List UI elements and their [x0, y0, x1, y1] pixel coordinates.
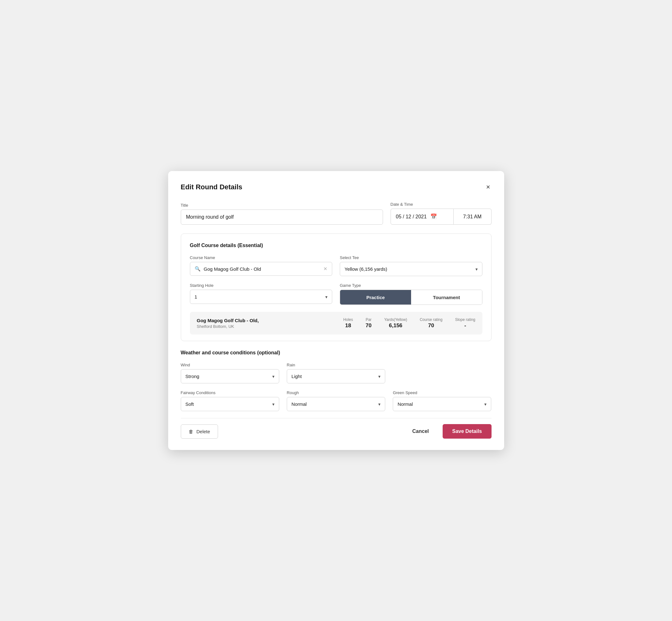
footer-right: Cancel Save Details [406, 424, 492, 439]
holes-label: Holes [343, 318, 353, 322]
wind-group: Wind CalmLightModerate StrongVery Strong… [181, 363, 279, 383]
rough-wrap: ShortNormalLongVery Long ▾ [287, 397, 385, 411]
fairway-label: Fairway Conditions [181, 390, 279, 395]
datetime-field-group: Date & Time 05 / 12 / 2021 📅 7:31 AM [390, 202, 492, 225]
green-speed-group: Green Speed SlowNormalFastVery Fast ▾ [393, 390, 491, 411]
time-input[interactable]: 7:31 AM [454, 209, 492, 225]
date-value: 05 / 12 / 2021 [396, 214, 427, 220]
course-stat-slope: Slope rating - [455, 318, 475, 329]
course-name-input-wrap[interactable]: 🔍 Gog Magog Golf Club - Old ✕ [190, 262, 333, 276]
course-stat-rating: Course rating 70 [420, 318, 442, 329]
golf-course-section: Golf Course details (Essential) Course N… [181, 234, 492, 341]
weather-section: Weather and course conditions (optional)… [181, 350, 492, 411]
modal-title: Edit Round Details [181, 183, 243, 191]
cancel-button[interactable]: Cancel [406, 425, 435, 438]
slope-rating-label: Slope rating [455, 318, 475, 322]
golf-section-title: Golf Course details (Essential) [190, 243, 482, 248]
weather-section-title: Weather and course conditions (optional) [181, 350, 492, 356]
course-tee-row: Course Name 🔍 Gog Magog Golf Club - Old … [190, 255, 482, 276]
rain-label: Rain [287, 363, 385, 367]
delete-label: Delete [197, 429, 210, 434]
starting-hole-label: Starting Hole [190, 283, 333, 288]
course-rating-value: 70 [428, 323, 434, 329]
course-stat-par: Par 70 [366, 318, 372, 329]
green-speed-wrap: SlowNormalFastVery Fast ▾ [393, 397, 491, 411]
course-info-name-group: Gog Magog Golf Club - Old, Shelford Bott… [197, 318, 331, 329]
fairway-group: Fairway Conditions SoftNormalFirmHard ▾ [181, 390, 279, 411]
holes-value: 18 [345, 323, 351, 329]
fairway-dropdown[interactable]: SoftNormalFirmHard [181, 397, 279, 411]
course-info-location: Shelford Bottom, UK [197, 324, 331, 329]
course-info-name: Gog Magog Golf Club - Old, [197, 318, 331, 323]
tournament-toggle-button[interactable]: Tournament [411, 290, 482, 304]
select-tee-label: Select Tee [340, 255, 482, 260]
game-type-label: Game Type [340, 283, 482, 288]
rough-label: Rough [287, 390, 385, 395]
rain-dropdown[interactable]: NoneLightModerateHeavy [287, 370, 385, 383]
select-tee-group: Select Tee Yellow (6,156 yards) White Re… [340, 255, 482, 276]
course-stat-holes: Holes 18 [343, 318, 353, 329]
top-row: Title Date & Time 05 / 12 / 2021 📅 7:31 … [181, 202, 492, 225]
edit-round-modal: Edit Round Details × Title Date & Time 0… [168, 171, 504, 450]
trash-icon: 🗑 [189, 429, 194, 434]
date-input[interactable]: 05 / 12 / 2021 📅 [390, 209, 454, 225]
rough-group: Rough ShortNormalLongVery Long ▾ [287, 390, 385, 411]
title-input[interactable] [181, 210, 383, 225]
datetime-label: Date & Time [390, 202, 492, 207]
title-field-group: Title [181, 203, 383, 225]
par-label: Par [366, 318, 372, 322]
starting-hole-group: Starting Hole 1234 5678 910 ▾ [190, 283, 333, 305]
course-info-box: Gog Magog Golf Club - Old, Shelford Bott… [190, 312, 482, 334]
course-rating-label: Course rating [420, 318, 442, 322]
datetime-inputs: 05 / 12 / 2021 📅 7:31 AM [390, 209, 492, 225]
title-label: Title [181, 203, 383, 208]
course-name-group: Course Name 🔍 Gog Magog Golf Club - Old … [190, 255, 333, 276]
time-value: 7:31 AM [463, 214, 482, 220]
save-button[interactable]: Save Details [443, 424, 491, 439]
delete-button[interactable]: 🗑 Delete [181, 424, 218, 439]
game-type-toggle: Practice Tournament [340, 290, 482, 305]
rain-group: Rain NoneLightModerateHeavy ▾ [287, 363, 385, 383]
select-tee-dropdown[interactable]: Yellow (6,156 yards) White Red Blue [340, 262, 482, 276]
course-name-value: Gog Magog Golf Club - Old [204, 266, 321, 272]
search-icon: 🔍 [195, 266, 201, 272]
slope-rating-value: - [464, 323, 466, 329]
practice-toggle-button[interactable]: Practice [340, 290, 411, 304]
rain-wrap: NoneLightModerateHeavy ▾ [287, 369, 385, 383]
green-speed-label: Green Speed [393, 390, 491, 395]
clear-course-icon[interactable]: ✕ [323, 266, 328, 272]
green-speed-dropdown[interactable]: SlowNormalFastVery Fast [393, 397, 491, 411]
close-button[interactable]: × [485, 182, 492, 192]
wind-wrap: CalmLightModerate StrongVery Strong ▾ [181, 369, 279, 383]
hole-gametype-row: Starting Hole 1234 5678 910 ▾ Game Type … [190, 283, 482, 305]
calendar-icon: 📅 [430, 213, 437, 220]
select-tee-wrap: Yellow (6,156 yards) White Red Blue ▾ [340, 262, 482, 276]
wind-label: Wind [181, 363, 279, 367]
course-stat-yards: Yards(Yellow) 6,156 [384, 318, 407, 329]
wind-rain-row: Wind CalmLightModerate StrongVery Strong… [181, 363, 492, 383]
fairway-wrap: SoftNormalFirmHard ▾ [181, 397, 279, 411]
starting-hole-dropdown[interactable]: 1234 5678 910 [190, 290, 332, 303]
course-name-label: Course Name [190, 255, 333, 260]
starting-hole-wrap: 1234 5678 910 ▾ [190, 290, 333, 304]
par-value: 70 [366, 323, 372, 329]
yards-label: Yards(Yellow) [384, 318, 407, 322]
wind-dropdown[interactable]: CalmLightModerate StrongVery Strong [181, 370, 279, 383]
modal-header: Edit Round Details × [181, 182, 492, 192]
footer: 🗑 Delete Cancel Save Details [181, 418, 492, 439]
conditions-row: Fairway Conditions SoftNormalFirmHard ▾ … [181, 390, 492, 411]
rough-dropdown[interactable]: ShortNormalLongVery Long [287, 397, 385, 411]
yards-value: 6,156 [389, 323, 403, 329]
game-type-group: Game Type Practice Tournament [340, 283, 482, 305]
